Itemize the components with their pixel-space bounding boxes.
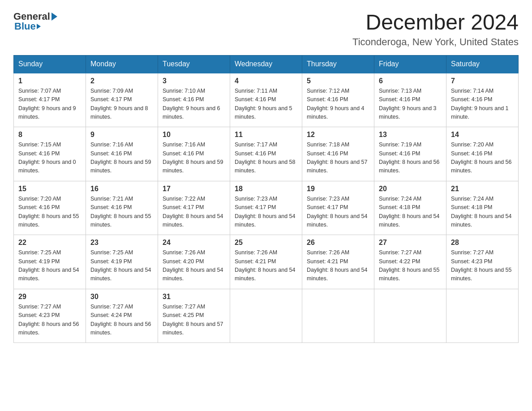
calendar-cell: 25 Sunrise: 7:26 AMSunset: 4:21 PMDaylig… — [230, 235, 302, 289]
day-info: Sunrise: 7:27 AMSunset: 4:23 PMDaylight:… — [18, 304, 79, 336]
day-info: Sunrise: 7:15 AMSunset: 4:16 PMDaylight:… — [18, 141, 76, 174]
day-number: 16 — [90, 185, 153, 193]
calendar-cell: 23 Sunrise: 7:25 AMSunset: 4:19 PMDaylig… — [86, 235, 158, 289]
day-number: 5 — [307, 77, 369, 85]
calendar-cell: 18 Sunrise: 7:23 AMSunset: 4:17 PMDaylig… — [230, 181, 302, 235]
page-subtitle: Ticonderoga, New York, United States — [352, 36, 519, 48]
day-number: 13 — [379, 131, 442, 139]
logo-arrow-small-icon — [37, 24, 41, 29]
day-info: Sunrise: 7:24 AMSunset: 4:18 PMDaylight:… — [379, 196, 440, 228]
day-info: Sunrise: 7:10 AMSunset: 4:16 PMDaylight:… — [163, 88, 220, 120]
calendar-header-tuesday: Tuesday — [158, 55, 230, 73]
calendar-cell: 31 Sunrise: 7:27 AMSunset: 4:25 PMDaylig… — [158, 289, 230, 343]
calendar-week-4: 22 Sunrise: 7:25 AMSunset: 4:19 PMDaylig… — [14, 235, 519, 289]
calendar-cell — [302, 289, 374, 343]
calendar-week-1: 1 Sunrise: 7:07 AMSunset: 4:17 PMDayligh… — [14, 73, 519, 127]
day-number: 15 — [18, 185, 81, 193]
calendar-cell — [230, 289, 302, 343]
logo-blue-text: Blue — [14, 21, 36, 32]
calendar-cell: 3 Sunrise: 7:10 AMSunset: 4:16 PMDayligh… — [158, 73, 230, 127]
calendar-header-saturday: Saturday — [446, 55, 519, 73]
calendar-cell: 15 Sunrise: 7:20 AMSunset: 4:16 PMDaylig… — [14, 181, 86, 235]
calendar-cell: 16 Sunrise: 7:21 AMSunset: 4:16 PMDaylig… — [86, 181, 158, 235]
calendar-cell: 21 Sunrise: 7:24 AMSunset: 4:18 PMDaylig… — [446, 181, 519, 235]
calendar-cell: 19 Sunrise: 7:23 AMSunset: 4:17 PMDaylig… — [302, 181, 374, 235]
calendar-header-friday: Friday — [374, 55, 446, 73]
day-info: Sunrise: 7:22 AMSunset: 4:17 PMDaylight:… — [163, 196, 223, 228]
day-info: Sunrise: 7:21 AMSunset: 4:16 PMDaylight:… — [90, 196, 151, 228]
day-number: 9 — [90, 131, 153, 139]
calendar-table: SundayMondayTuesdayWednesdayThursdayFrid… — [13, 55, 519, 343]
page-title: December 2024 — [352, 11, 519, 34]
calendar-cell: 29 Sunrise: 7:27 AMSunset: 4:23 PMDaylig… — [14, 289, 86, 343]
calendar-cell: 9 Sunrise: 7:16 AMSunset: 4:16 PMDayligh… — [86, 127, 158, 181]
day-number: 29 — [18, 293, 81, 301]
day-number: 28 — [451, 239, 514, 247]
calendar-cell: 7 Sunrise: 7:14 AMSunset: 4:16 PMDayligh… — [446, 73, 519, 127]
day-info: Sunrise: 7:07 AMSunset: 4:17 PMDaylight:… — [18, 88, 76, 120]
day-info: Sunrise: 7:27 AMSunset: 4:25 PMDaylight:… — [163, 304, 223, 336]
calendar-cell: 12 Sunrise: 7:18 AMSunset: 4:16 PMDaylig… — [302, 127, 374, 181]
logo: General Blue — [13, 11, 57, 32]
calendar-week-5: 29 Sunrise: 7:27 AMSunset: 4:23 PMDaylig… — [14, 289, 519, 343]
day-info: Sunrise: 7:23 AMSunset: 4:17 PMDaylight:… — [235, 196, 296, 228]
day-number: 20 — [379, 185, 442, 193]
day-info: Sunrise: 7:20 AMSunset: 4:16 PMDaylight:… — [451, 141, 512, 174]
day-info: Sunrise: 7:27 AMSunset: 4:24 PMDaylight:… — [90, 304, 151, 336]
logo-arrow-icon — [51, 13, 57, 21]
calendar-header-row: SundayMondayTuesdayWednesdayThursdayFrid… — [14, 55, 519, 73]
calendar-week-2: 8 Sunrise: 7:15 AMSunset: 4:16 PMDayligh… — [14, 127, 519, 181]
calendar-cell: 14 Sunrise: 7:20 AMSunset: 4:16 PMDaylig… — [446, 127, 519, 181]
calendar-cell: 10 Sunrise: 7:16 AMSunset: 4:16 PMDaylig… — [158, 127, 230, 181]
day-number: 21 — [451, 185, 514, 193]
day-info: Sunrise: 7:11 AMSunset: 4:16 PMDaylight:… — [235, 88, 292, 120]
day-number: 19 — [307, 185, 369, 193]
day-info: Sunrise: 7:14 AMSunset: 4:16 PMDaylight:… — [451, 88, 509, 120]
day-info: Sunrise: 7:25 AMSunset: 4:19 PMDaylight:… — [18, 249, 79, 282]
day-number: 12 — [307, 131, 369, 139]
calendar-cell: 20 Sunrise: 7:24 AMSunset: 4:18 PMDaylig… — [374, 181, 446, 235]
day-number: 27 — [379, 239, 442, 247]
calendar-cell: 6 Sunrise: 7:13 AMSunset: 4:16 PMDayligh… — [374, 73, 446, 127]
day-info: Sunrise: 7:27 AMSunset: 4:23 PMDaylight:… — [451, 249, 512, 282]
day-number: 17 — [163, 185, 225, 193]
day-number: 23 — [90, 239, 153, 247]
calendar-cell: 28 Sunrise: 7:27 AMSunset: 4:23 PMDaylig… — [446, 235, 519, 289]
day-info: Sunrise: 7:16 AMSunset: 4:16 PMDaylight:… — [163, 141, 223, 174]
calendar-cell: 30 Sunrise: 7:27 AMSunset: 4:24 PMDaylig… — [86, 289, 158, 343]
day-info: Sunrise: 7:13 AMSunset: 4:16 PMDaylight:… — [379, 88, 437, 120]
day-number: 11 — [235, 131, 297, 139]
calendar-cell: 13 Sunrise: 7:19 AMSunset: 4:16 PMDaylig… — [374, 127, 446, 181]
day-info: Sunrise: 7:17 AMSunset: 4:16 PMDaylight:… — [235, 141, 296, 174]
calendar-cell: 8 Sunrise: 7:15 AMSunset: 4:16 PMDayligh… — [14, 127, 86, 181]
day-number: 6 — [379, 77, 442, 85]
day-info: Sunrise: 7:20 AMSunset: 4:16 PMDaylight:… — [18, 196, 79, 228]
day-number: 8 — [18, 131, 81, 139]
calendar-cell: 2 Sunrise: 7:09 AMSunset: 4:17 PMDayligh… — [86, 73, 158, 127]
calendar-header-sunday: Sunday — [14, 55, 86, 73]
calendar-cell: 1 Sunrise: 7:07 AMSunset: 4:17 PMDayligh… — [14, 73, 86, 127]
day-info: Sunrise: 7:27 AMSunset: 4:22 PMDaylight:… — [379, 249, 440, 282]
day-info: Sunrise: 7:24 AMSunset: 4:18 PMDaylight:… — [451, 196, 512, 228]
day-number: 3 — [163, 77, 225, 85]
day-number: 7 — [451, 77, 514, 85]
calendar-cell: 27 Sunrise: 7:27 AMSunset: 4:22 PMDaylig… — [374, 235, 446, 289]
day-number: 22 — [18, 239, 81, 247]
day-number: 30 — [90, 293, 153, 301]
day-info: Sunrise: 7:26 AMSunset: 4:21 PMDaylight:… — [235, 249, 296, 282]
calendar-cell: 17 Sunrise: 7:22 AMSunset: 4:17 PMDaylig… — [158, 181, 230, 235]
day-info: Sunrise: 7:19 AMSunset: 4:16 PMDaylight:… — [379, 141, 440, 174]
calendar-cell: 26 Sunrise: 7:26 AMSunset: 4:21 PMDaylig… — [302, 235, 374, 289]
calendar-cell — [374, 289, 446, 343]
day-number: 24 — [163, 239, 225, 247]
calendar-cell: 11 Sunrise: 7:17 AMSunset: 4:16 PMDaylig… — [230, 127, 302, 181]
day-info: Sunrise: 7:09 AMSunset: 4:17 PMDaylight:… — [90, 88, 148, 120]
calendar-header-thursday: Thursday — [302, 55, 374, 73]
calendar-cell: 4 Sunrise: 7:11 AMSunset: 4:16 PMDayligh… — [230, 73, 302, 127]
day-info: Sunrise: 7:18 AMSunset: 4:16 PMDaylight:… — [307, 141, 368, 174]
page-header: General Blue December 2024 Ticonderoga, … — [13, 11, 519, 48]
calendar-cell: 5 Sunrise: 7:12 AMSunset: 4:16 PMDayligh… — [302, 73, 374, 127]
day-number: 10 — [163, 131, 225, 139]
calendar-cell: 22 Sunrise: 7:25 AMSunset: 4:19 PMDaylig… — [14, 235, 86, 289]
day-number: 31 — [163, 293, 225, 301]
